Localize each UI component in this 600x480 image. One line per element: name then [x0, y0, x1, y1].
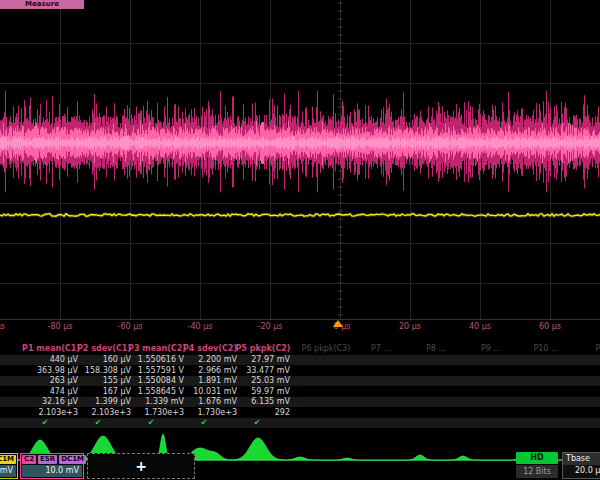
hd-mode-badge[interactable]: HD — [516, 452, 558, 464]
time-axis-label: -60 µs — [118, 322, 143, 331]
table-cell-max: 1.558645 V — [131, 387, 184, 397]
time-axis-label: -40 µs — [188, 322, 213, 331]
table-cell-value: 2.200 mV — [184, 355, 237, 365]
c2-channel-badge: C2 — [22, 455, 36, 464]
param-header[interactable]: P3 mean(C2) — [128, 344, 186, 353]
time-axis-label: -20 µs — [258, 322, 283, 331]
param-header-inactive[interactable]: P6 pkpk(C3) — [302, 344, 351, 353]
status-check-icon: ✔ — [254, 418, 261, 428]
time-axis-label: -100 µs — [0, 322, 5, 331]
table-row-stripe — [0, 418, 600, 428]
table-cell-sdev: 32.16 µV — [25, 397, 78, 407]
param-header[interactable]: P2 sdev(C1) — [77, 344, 131, 353]
status-check-icon: ✔ — [201, 418, 208, 428]
table-cell-value: 1.550616 V — [131, 355, 184, 365]
table-cell-value: 440 µV — [25, 355, 78, 365]
timebase-value: 20.0 µs — [575, 465, 600, 477]
table-cell-min: 1.891 mV — [184, 376, 237, 386]
trace-c2-bright — [1, 136, 600, 150]
c2-coupling-badge: DC1M — [59, 455, 86, 464]
timebase-descriptor[interactable]: Tbase 20.0 µs — [562, 452, 600, 479]
table-cell-num: 2.103e+3 — [78, 408, 131, 418]
table-cell-num: 2.103e+3 — [25, 408, 78, 418]
param-header-inactive[interactable]: P9 ... — [481, 344, 501, 353]
table-cell-min: 155 µV — [78, 376, 131, 386]
param-header[interactable]: P5 pkpk(C2) — [235, 344, 290, 353]
time-axis-label: 20 µs — [399, 322, 421, 331]
table-cell-sdev: 1.399 µV — [78, 397, 131, 407]
param-header-inactive[interactable]: P11 — [595, 344, 600, 353]
table-cell-max: 167 µV — [78, 387, 131, 397]
hd-bits-label: 12 Bits — [516, 465, 558, 478]
param-header-inactive[interactable]: P7 ... — [371, 344, 391, 353]
status-check-icon: ✔ — [148, 418, 155, 428]
active-menu-tag[interactable]: Measure — [0, 0, 84, 9]
channel-descriptor-c2[interactable]: C2 ESR DC1M 10.0 mV — [20, 453, 84, 479]
time-axis-label: 60 µs — [539, 322, 561, 331]
channel-descriptor-c1[interactable]: DC1M 0 mV — [0, 453, 18, 479]
table-cell-value: 27.97 mV — [237, 355, 290, 365]
time-axis-label: 40 µs — [469, 322, 491, 331]
table-cell-max: 59.97 mV — [237, 387, 290, 397]
table-cell-mean: 363.98 µV — [25, 366, 78, 376]
table-cell-num: 1.730e+3 — [184, 408, 237, 418]
plus-icon: + — [135, 458, 147, 474]
table-cell-min: 1.550084 V — [131, 376, 184, 386]
param-header[interactable]: P4 sdev(C2) — [183, 344, 237, 353]
time-axis-label: -80 µs — [48, 322, 73, 331]
param-header-inactive[interactable]: P8 ... — [426, 344, 446, 353]
c1-volts-per-div: 0 mV — [0, 465, 16, 477]
table-cell-value: 160 µV — [78, 355, 131, 365]
trigger-time-marker-icon[interactable] — [333, 320, 343, 327]
add-trace-box[interactable]: + — [87, 453, 195, 479]
table-cell-sdev: 6.135 mV — [237, 397, 290, 407]
status-check-icon: ✔ — [42, 418, 49, 428]
status-check-icon: ✔ — [95, 418, 102, 428]
oscilloscope-screen: Measure -100 µs-80 µs-60 µs-40 µs-20 µs0… — [0, 0, 600, 480]
table-cell-max: 10.031 mV — [184, 387, 237, 397]
param-header-inactive[interactable]: P10 ... — [533, 344, 558, 353]
table-cell-max: 474 µV — [25, 387, 78, 397]
table-cell-mean: 158.308 µV — [78, 366, 131, 376]
table-cell-mean: 2.966 mV — [184, 366, 237, 376]
timebase-title: Tbase — [563, 453, 600, 465]
table-cell-mean: 33.477 mV — [237, 366, 290, 376]
c2-volts-per-div: 10.0 mV — [22, 465, 82, 477]
c1-coupling-badge: DC1M — [0, 455, 16, 464]
table-cell-min: 263 µV — [25, 376, 78, 386]
table-cell-sdev: 1.339 mV — [131, 397, 184, 407]
table-cell-num: 292 — [237, 408, 290, 418]
c2-esr-badge: ESR — [38, 455, 57, 464]
table-cell-num: 1.730e+3 — [131, 408, 184, 418]
table-cell-min: 25.03 mV — [237, 376, 290, 386]
table-cell-mean: 1.557591 V — [131, 366, 184, 376]
param-header[interactable]: P1 mean(C1) — [22, 344, 80, 353]
table-cell-sdev: 1.676 mV — [184, 397, 237, 407]
